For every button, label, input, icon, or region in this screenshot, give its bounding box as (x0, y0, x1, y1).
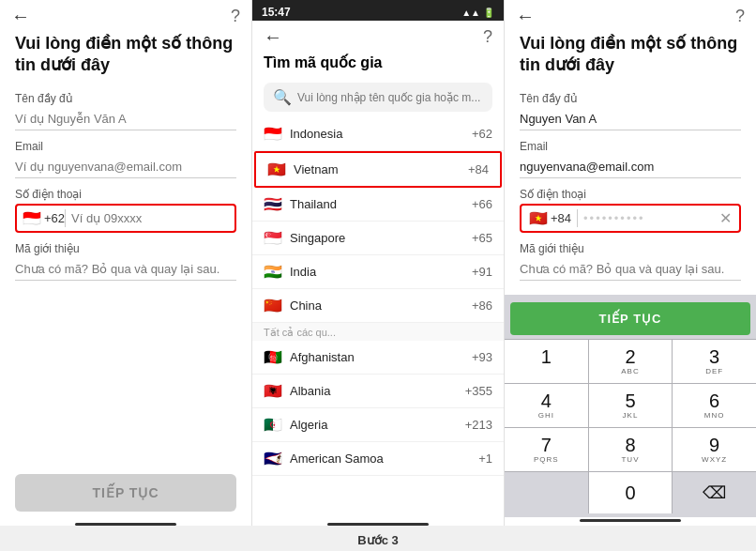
country-name-singapore: Singapore (290, 231, 472, 245)
panel-1: ← ? Vui lòng điền một số thông tin dưới … (0, 0, 251, 526)
country-name-algeria: Algeria (290, 418, 465, 432)
flag-thailand: 🇹🇭 (264, 195, 282, 213)
footer-label: Bước 3 (0, 526, 756, 551)
panel3-fullname-input[interactable] (520, 108, 741, 130)
flag-american-samoa: 🇦🇸 (264, 450, 282, 467)
search-icon: 🔍 (273, 88, 292, 106)
panel1-email-input[interactable] (15, 156, 236, 178)
panel3-numpad: TIẾP TỤC 1 2 ABC 3 DEF 4 GHI (505, 295, 756, 517)
flag-china: 🇨🇳 (264, 297, 282, 314)
country-name-american-samoa: American Samoa (290, 452, 478, 466)
numpad-key-8[interactable]: 8 TUV (589, 428, 673, 471)
numpad-key-2[interactable]: 2 ABC (589, 340, 673, 383)
panel3-phone-box: 🇻🇳 +84 •••••••••• ✕ (520, 204, 741, 233)
country-name-vietnam: Vietnam (294, 162, 468, 176)
panel2-search-bar[interactable]: 🔍 (264, 83, 492, 112)
panel2-country-list: 🇮🇩 Indonesia +62 🇻🇳 Vietnam +84 🇹🇭 Thail… (252, 117, 504, 521)
numpad-key-empty (505, 472, 588, 513)
panel1-phone-code[interactable]: 🇮🇩 +62 (23, 209, 66, 227)
panel3-title: Vui lòng điền một số thông tin dưới đây (520, 33, 741, 77)
country-item-india[interactable]: 🇮🇳 India +91 (252, 255, 504, 289)
panel1-back-arrow[interactable]: ← (11, 6, 30, 27)
numpad-key-1[interactable]: 1 (505, 340, 588, 383)
panel3-topnav: ← ? (505, 0, 756, 33)
panel3-email-label: Email (520, 140, 741, 153)
flag-afghanistan: 🇦🇫 (264, 348, 282, 366)
panel2-help-icon[interactable]: ? (483, 27, 492, 47)
numpad-key-7[interactable]: 7 PQRS (505, 428, 588, 471)
numpad-key-4[interactable]: 4 GHI (505, 384, 588, 427)
panel3-phone-code[interactable]: 🇻🇳 +84 (529, 209, 578, 227)
panel3-phone-number: •••••••••• (583, 211, 714, 225)
country-name-albania: Albania (290, 384, 465, 398)
panel2-topnav: ← ? (252, 21, 504, 54)
panel1-title: Vui lòng điền một số thông tin dưới đây (15, 33, 236, 77)
country-code-algeria: +213 (465, 418, 492, 432)
country-name-china: China (290, 298, 472, 313)
country-code-afghanistan: +93 (472, 350, 492, 364)
panel1-flag: 🇮🇩 (23, 209, 41, 227)
country-item-american-samoa[interactable]: 🇦🇸 American Samoa +1 (252, 442, 504, 476)
panel3-referral-label: Mã giới thiệu (520, 242, 741, 255)
panel1-referral-input[interactable] (15, 258, 236, 281)
panel1-home-indicator (75, 523, 175, 526)
panel1-topnav: ← ? (0, 0, 251, 33)
country-code-china: +86 (472, 298, 492, 313)
country-item-afghanistan[interactable]: 🇦🇫 Afghanistan +93 (252, 341, 504, 375)
panel3-home-indicator (580, 519, 680, 522)
panel3-numpad-continue[interactable]: TIẾP TỤC (510, 302, 750, 335)
flag-algeria: 🇩🇿 (264, 416, 282, 434)
country-code-singapore: +65 (472, 231, 492, 245)
numpad-key-5[interactable]: 5 JKL (589, 384, 673, 427)
numpad-key-6[interactable]: 6 MNO (673, 384, 756, 427)
panel2-back-arrow[interactable]: ← (264, 26, 282, 48)
panel1-phone-input[interactable] (71, 211, 229, 225)
flag-singapore: 🇸🇬 (264, 229, 282, 247)
panel2-home-indicator (327, 523, 428, 526)
numpad-key-3[interactable]: 3 DEF (673, 340, 756, 383)
panel1-fullname-label: Tên đầy đủ (15, 92, 236, 105)
country-code-vietnam: +84 (468, 162, 489, 176)
flag-india: 🇮🇳 (264, 263, 282, 281)
panel3-email-input[interactable] (520, 156, 741, 178)
panel1-help-icon[interactable]: ? (231, 7, 240, 26)
panel2-time: 15:47 (262, 6, 291, 19)
numpad-key-0[interactable]: 0 (589, 472, 673, 513)
panel3-flag: 🇻🇳 (529, 209, 548, 227)
panel3-content: Vui lòng điền một số thông tin dưới đây … (505, 33, 756, 295)
panel3-phone-label: Số điện thoại (520, 188, 741, 201)
country-name-indonesia: Indonesia (290, 127, 472, 141)
country-item-china[interactable]: 🇨🇳 China +86 (252, 289, 504, 323)
panel1-referral-label: Mã giới thiệu (15, 242, 236, 255)
panel3-clear-button[interactable]: ✕ (719, 209, 732, 227)
panel1-phone-label: Số điện thoại (15, 188, 236, 201)
panel2-status-bar: 15:47 ▲▲ 🔋 (252, 0, 504, 21)
country-name-india: India (290, 265, 472, 279)
flag-indonesia: 🇮🇩 (264, 125, 282, 143)
panel2-status-icons: ▲▲ 🔋 (461, 8, 494, 18)
country-code-albania: +355 (465, 384, 492, 398)
country-item-albania[interactable]: 🇦🇱 Albania +355 (252, 375, 504, 408)
country-item-algeria[interactable]: 🇩🇿 Algeria +213 (252, 408, 504, 442)
panel-3: ← ? Vui lòng điền một số thông tin dưới … (504, 0, 756, 526)
panel3-help-icon[interactable]: ? (735, 7, 745, 26)
panel1-fullname-input[interactable] (15, 108, 236, 130)
country-name-thailand: Thailand (290, 197, 472, 211)
panel3-back-arrow[interactable]: ← (516, 6, 535, 27)
numpad-key-9[interactable]: 9 WXYZ (673, 428, 756, 471)
country-code-thailand: +66 (472, 197, 492, 211)
country-item-vietnam[interactable]: 🇻🇳 Vietnam +84 (254, 151, 502, 188)
country-code-indonesia: +62 (472, 127, 492, 141)
country-code-india: +91 (472, 265, 492, 279)
panel2-title: Tìm mã quốc gia (252, 54, 504, 77)
numpad-delete-key[interactable]: ⌫ (673, 472, 756, 513)
panel3-numpad-grid: 1 2 ABC 3 DEF 4 GHI 5 JKL (505, 339, 756, 513)
country-item-singapore[interactable]: 🇸🇬 Singapore +65 (252, 222, 504, 255)
panel1-dial-code: +62 (44, 211, 65, 225)
country-item-indonesia[interactable]: 🇮🇩 Indonesia +62 (252, 117, 504, 151)
panel1-continue-button[interactable]: TIẾP TỤC (15, 474, 236, 512)
panel2-search-input[interactable] (297, 91, 483, 104)
panel3-referral-input[interactable] (520, 258, 741, 281)
country-item-thailand[interactable]: 🇹🇭 Thailand +66 (252, 188, 504, 222)
panel1-content: Vui lòng điền một số thông tin dưới đây … (0, 33, 251, 467)
